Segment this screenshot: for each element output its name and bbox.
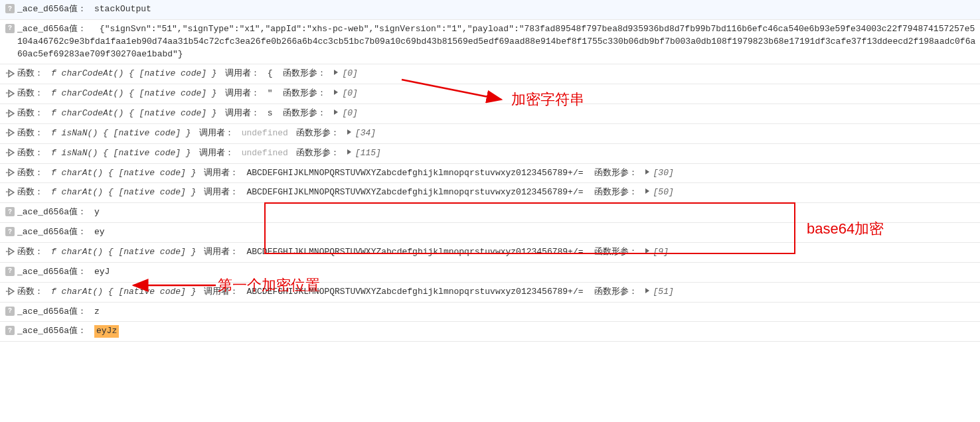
caller-value: s <box>268 107 273 120</box>
caller-label: 调用者： <box>204 246 238 259</box>
fn-label: 函数： <box>17 167 43 180</box>
type-icon: ⋯ <box>3 168 17 178</box>
var-label: _ace_d656a值： <box>17 3 86 16</box>
question-icon: ? <box>5 207 15 216</box>
fn-value: f charCodeAt() { [native code] } <box>51 107 217 120</box>
var-value: {"signSvn":"51","signType":"x1","appId":… <box>17 24 975 59</box>
expand-icon[interactable] <box>346 129 353 135</box>
log-row[interactable]: ⋯ 函数： f isNaN() { [native code] } 调用者： u… <box>0 124 980 144</box>
args-label: 函数形参： <box>594 286 637 299</box>
args-value: [30] <box>653 167 674 180</box>
disclose-icon[interactable]: ⋯ <box>5 128 14 138</box>
args-value: [115] <box>355 147 381 160</box>
log-row[interactable]: ⋯ 函数： f charAt() { [native code] } 调用者： … <box>0 243 980 263</box>
caller-value: { <box>268 68 273 80</box>
disclose-icon[interactable]: ⋯ <box>5 148 14 158</box>
expand-icon[interactable] <box>346 149 353 155</box>
caller-value: " <box>268 88 273 100</box>
type-icon: ⋯ <box>3 128 17 138</box>
log-row[interactable]: ⋯ 函数： f charCodeAt() { [native code] } 调… <box>0 84 980 104</box>
fn-label: 函数： <box>17 68 43 80</box>
fn-label: 函数： <box>17 186 43 199</box>
disclose-icon[interactable]: ⋯ <box>5 287 14 297</box>
log-row[interactable]: ⋯ 函数： f charCodeAt() { [native code] } 调… <box>0 64 980 84</box>
log-row[interactable]: ⋯ 函数： f charCodeAt() { [native code] } 调… <box>0 104 980 124</box>
caller-label: 调用者： <box>225 107 260 120</box>
caller-label: 调用者： <box>204 186 238 199</box>
expand-icon[interactable] <box>333 89 339 96</box>
disclose-icon[interactable]: ⋯ <box>5 168 14 178</box>
disclose-icon[interactable]: ⋯ <box>5 247 14 257</box>
caller-value: ABCDEFGHIJKLMNOPQRSTUVWXYZabcdefghijklmn… <box>246 246 583 259</box>
question-icon: ? <box>5 307 15 316</box>
log-row[interactable]: ⋯ 函数： f charAt() { [native code] } 调用者： … <box>0 183 980 203</box>
annotation-text: 加密字符串 <box>511 90 584 109</box>
caller-value: ABCDEFGHIJKLMNOPQRSTUVWXYZabcdefghijklmn… <box>246 186 583 199</box>
expand-icon[interactable] <box>644 169 651 175</box>
type-icon: ⋯ <box>3 287 17 297</box>
args-label: 函数形参： <box>283 88 326 100</box>
caller-label: 调用者： <box>199 147 234 160</box>
args-value: [0] <box>342 88 357 100</box>
fn-value: f charAt() { [native code] } <box>51 286 196 299</box>
var-value: z <box>94 306 100 318</box>
type-icon: ⋯ <box>3 148 17 158</box>
log-row[interactable]: ⋯ 函数： f charAt() { [native code] } 调用者： … <box>0 283 980 303</box>
fn-value: f charAt() { [native code] } <box>51 246 196 259</box>
args-label: 函数形参： <box>283 68 326 80</box>
type-icon: ? <box>3 307 17 316</box>
caller-label: 调用者： <box>225 88 260 100</box>
caller-label: 调用者： <box>199 127 234 140</box>
expand-icon[interactable] <box>644 287 651 294</box>
var-label: _ace_d656a值： <box>17 306 86 318</box>
question-icon: ? <box>5 267 15 276</box>
args-label: 函数形参： <box>594 167 637 180</box>
args-value: [34] <box>355 127 376 140</box>
var-value: stackOutput <box>94 3 151 16</box>
fn-value: f charCodeAt() { [native code] } <box>51 88 217 100</box>
disclose-icon[interactable]: ⋯ <box>5 68 14 78</box>
annotation-text: base64加密 <box>807 219 884 239</box>
var-value: eyJ <box>94 266 110 279</box>
disclose-icon[interactable]: ⋯ <box>5 187 14 197</box>
args-value: [0] <box>342 68 357 80</box>
type-icon: ? <box>3 267 17 276</box>
args-value: [51] <box>653 286 674 299</box>
var-value: y <box>94 206 100 219</box>
fn-label: 函数： <box>17 246 43 259</box>
fn-value: f charCodeAt() { [native code] } <box>51 68 217 80</box>
var-label: _ace_d656a值： <box>17 325 86 338</box>
caller-value: undefined <box>242 147 288 160</box>
fn-label: 函数： <box>17 147 43 160</box>
expand-icon[interactable] <box>333 109 339 115</box>
caller-label: 调用者： <box>204 167 238 180</box>
expand-icon[interactable] <box>644 188 651 194</box>
fn-label: 函数： <box>17 286 43 299</box>
log-row[interactable]: ? _ace_d656a值： {"signSvn":"51","signType… <box>0 20 980 65</box>
expand-icon[interactable] <box>333 69 339 76</box>
var-label: _ace_d656a值： <box>17 226 86 239</box>
fn-value: f isNaN() { [native code] } <box>51 127 191 140</box>
log-row[interactable]: ? _ace_d656a值： eyJz <box>0 322 980 342</box>
args-value: [9] <box>653 246 669 259</box>
type-icon: ⋯ <box>3 108 17 118</box>
type-icon: ⋯ <box>3 247 17 257</box>
log-row[interactable]: ? _ace_d656a值： stackOutput <box>0 0 980 20</box>
args-label: 函数形参： <box>296 147 339 160</box>
type-icon: ? <box>3 326 17 335</box>
log-row[interactable]: ⋯ 函数： f isNaN() { [native code] } 调用者： u… <box>0 144 980 164</box>
log-row[interactable]: ⋯ 函数： f charAt() { [native code] } 调用者： … <box>0 164 980 184</box>
fn-label: 函数： <box>17 88 43 100</box>
type-icon: ? <box>3 227 17 236</box>
var-label: _ace_d656a值： <box>17 206 86 219</box>
caller-label: 调用者： <box>225 68 260 80</box>
args-value: [0] <box>342 107 357 120</box>
disclose-icon[interactable]: ⋯ <box>5 108 14 118</box>
expand-icon[interactable] <box>644 247 651 254</box>
args-label: 函数形参： <box>283 107 326 120</box>
question-icon: ? <box>5 326 15 335</box>
type-icon: ⋯ <box>3 187 17 197</box>
log-row[interactable]: ? _ace_d656a值： z <box>0 303 980 322</box>
log-row[interactable]: ? _ace_d656a值： eyJ <box>0 263 980 283</box>
disclose-icon[interactable]: ⋯ <box>5 88 14 98</box>
